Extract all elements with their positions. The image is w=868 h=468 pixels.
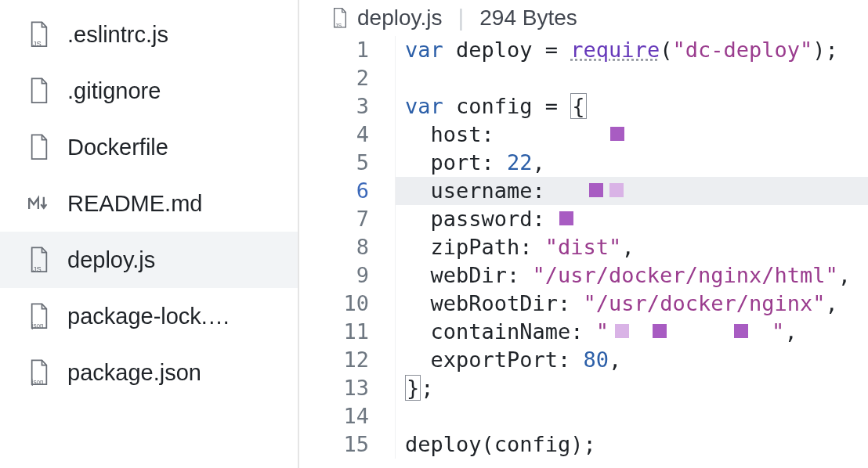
line-number: 11 bbox=[323, 318, 369, 346]
header-divider: | bbox=[458, 5, 464, 31]
file-label: .gitignore bbox=[67, 78, 161, 104]
svg-text:json: json bbox=[31, 322, 44, 329]
line-number: 13 bbox=[323, 374, 369, 402]
svg-text:JS: JS bbox=[33, 265, 42, 273]
code-content[interactable]: var deploy = require("dc-deploy"); var c… bbox=[395, 36, 868, 459]
code-line: var deploy = require("dc-deploy"); bbox=[396, 36, 868, 64]
redacted-value bbox=[583, 178, 624, 207]
code-line: containName: "", bbox=[396, 318, 868, 346]
line-number: 7 bbox=[323, 205, 369, 233]
file-label: Dockerfile bbox=[67, 135, 168, 160]
code-line bbox=[396, 402, 868, 430]
file-item-readme[interactable]: README.md bbox=[0, 175, 298, 232]
code-line: webDir: "/usr/docker/nginx/html", bbox=[396, 261, 868, 290]
line-number-active: 6 bbox=[323, 177, 369, 205]
file-item-dockerfile[interactable]: Dockerfile bbox=[0, 119, 298, 175]
file-item-eslintrc[interactable]: JS .eslintrc.js bbox=[0, 6, 298, 63]
md-file-icon bbox=[28, 189, 50, 218]
line-number: 12 bbox=[323, 346, 369, 374]
file-label: .eslintrc.js bbox=[67, 22, 168, 48]
redacted-value bbox=[553, 207, 573, 235]
json-file-icon: json bbox=[28, 302, 50, 330]
code-line bbox=[396, 64, 868, 92]
redacted-value bbox=[609, 319, 748, 347]
svg-text:JS: JS bbox=[335, 22, 342, 29]
file-icon bbox=[28, 77, 50, 105]
line-gutter: 1 2 3 4 5 6 7 8 9 10 11 12 13 14 15 bbox=[323, 36, 395, 459]
code-line: password: bbox=[396, 205, 868, 233]
code-line: zipPath: "dist", bbox=[396, 233, 868, 261]
code-line: }; bbox=[396, 374, 868, 402]
file-header: JS deploy.js | 294 Bytes bbox=[323, 0, 868, 36]
line-number: 8 bbox=[323, 233, 369, 261]
file-item-deploy[interactable]: JS deploy.js bbox=[0, 232, 298, 288]
line-number: 15 bbox=[323, 430, 369, 459]
file-header-name: deploy.js bbox=[357, 5, 442, 31]
code-line: webRootDir: "/usr/docker/nginx", bbox=[396, 290, 868, 318]
code-line-active: username: bbox=[396, 177, 868, 205]
file-label: README.md bbox=[67, 191, 202, 217]
svg-text:JS: JS bbox=[33, 40, 42, 48]
file-label: deploy.js bbox=[67, 247, 155, 273]
file-label: package-lock.… bbox=[67, 304, 230, 329]
line-number: 3 bbox=[323, 92, 369, 121]
line-number: 14 bbox=[323, 402, 369, 430]
code-editor[interactable]: 1 2 3 4 5 6 7 8 9 10 11 12 13 14 15 var … bbox=[323, 36, 868, 459]
file-item-gitignore[interactable]: .gitignore bbox=[0, 63, 298, 119]
line-number: 1 bbox=[323, 36, 369, 64]
line-number: 4 bbox=[323, 121, 369, 149]
json-file-icon: json bbox=[28, 358, 50, 387]
code-line: exportPort: 80, bbox=[396, 346, 868, 374]
file-item-package[interactable]: json package.json bbox=[0, 344, 298, 401]
line-number: 5 bbox=[323, 149, 369, 177]
editor-pane: JS deploy.js | 294 Bytes 1 2 3 4 5 6 7 8… bbox=[299, 0, 868, 468]
code-line: port: 22, bbox=[396, 149, 868, 177]
js-file-icon: JS bbox=[331, 6, 349, 30]
line-number: 2 bbox=[323, 64, 369, 92]
line-number: 9 bbox=[323, 261, 369, 290]
js-file-icon: JS bbox=[28, 20, 50, 49]
code-line: host: bbox=[396, 121, 868, 149]
svg-text:json: json bbox=[31, 379, 44, 386]
line-number: 10 bbox=[323, 290, 369, 318]
file-item-package-lock[interactable]: json package-lock.… bbox=[0, 288, 298, 344]
file-explorer: JS .eslintrc.js .gitignore Dockerfile RE… bbox=[0, 0, 299, 468]
js-file-icon: JS bbox=[28, 246, 50, 274]
code-line: var config = { bbox=[396, 92, 868, 121]
redacted-value bbox=[604, 122, 624, 150]
file-label: package.json bbox=[67, 360, 201, 386]
file-icon bbox=[28, 133, 50, 161]
code-line: deploy(config); bbox=[396, 430, 868, 459]
file-header-size: 294 Bytes bbox=[479, 5, 577, 31]
